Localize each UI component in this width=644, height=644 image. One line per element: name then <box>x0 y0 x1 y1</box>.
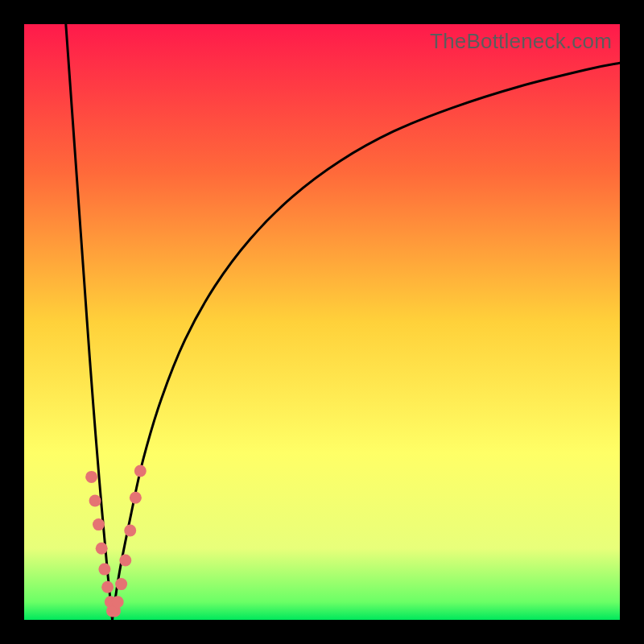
marker-dot <box>96 543 108 555</box>
plot-area: TheBottleneck.com <box>24 24 620 620</box>
marker-dot <box>93 518 105 530</box>
marker-dot <box>119 555 131 567</box>
marker-dot <box>134 465 147 477</box>
marker-dot <box>85 471 97 483</box>
marker-dot <box>130 492 142 504</box>
curve-right-branch <box>113 63 620 620</box>
marker-dot <box>124 525 136 537</box>
marker-dot <box>89 495 101 507</box>
marker-dot <box>115 578 127 590</box>
marker-dot <box>112 596 124 608</box>
curve-left-branch <box>66 24 113 620</box>
marker-dot <box>98 564 110 576</box>
curves-layer <box>24 24 620 620</box>
watermark-text: TheBottleneck.com <box>430 29 612 54</box>
marker-dot <box>101 581 114 593</box>
chart-frame: TheBottleneck.com <box>0 0 644 644</box>
